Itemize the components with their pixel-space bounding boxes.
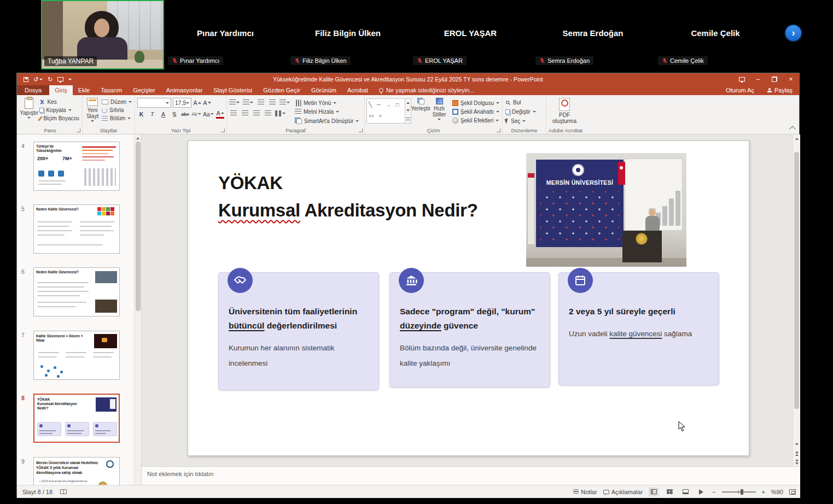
new-slide-button[interactable]: Yeni Slayt [84, 96, 101, 127]
editing-scrollbar[interactable] [793, 134, 800, 466]
format-painter-button[interactable]: Biçim Boyacısı [38, 115, 80, 122]
spell-check-icon[interactable] [60, 489, 67, 494]
zoom-in-button[interactable]: + [762, 489, 765, 495]
scroll-down-button[interactable] [793, 440, 801, 449]
align-right-button[interactable] [252, 109, 260, 118]
shape-effects-button[interactable]: Şekil Efektleri [451, 117, 500, 124]
participant-tile[interactable]: Cemile Çelik Cemile Çelik [654, 0, 777, 69]
create-pdf-button[interactable]: PDF oluşturma [548, 96, 581, 124]
numbering-button[interactable] [243, 98, 253, 107]
tab-file[interactable]: Dosya [17, 85, 49, 95]
slide-thumbnail-4[interactable]: Türkiye'de Yükseköğretim 200+ 7M+ [33, 142, 120, 191]
slide-canvas[interactable]: YÖKAK Kurumsal Akreditasyon Nedir? MERSİ… [188, 140, 749, 456]
layout-button[interactable]: Düzen [101, 98, 133, 106]
drawing-dialog-launcher[interactable] [497, 128, 500, 132]
zoom-level[interactable]: %90 [771, 489, 783, 495]
character-spacing-button[interactable]: AV [192, 109, 201, 119]
cut-button[interactable]: Kes [38, 98, 80, 106]
notes-pane[interactable]: Not eklemek için tıklatın [142, 466, 800, 485]
find-button[interactable]: Bul [504, 99, 544, 106]
sign-in-button[interactable]: Oturum Aç [719, 85, 761, 95]
card-institution-level[interactable]: Sadece "program" değil, "kurum" düzeyind… [389, 272, 550, 388]
next-slide-button[interactable] [793, 458, 801, 466]
clipboard-dialog-launcher[interactable] [77, 128, 80, 132]
start-slideshow-icon[interactable] [57, 77, 63, 81]
participant-tile[interactable]: Semra Erdoğan Semra Erdoğan [532, 0, 654, 69]
grow-font-button[interactable]: A [193, 98, 201, 108]
italic-button[interactable]: T [148, 109, 156, 119]
restore-button[interactable] [766, 73, 783, 85]
font-size-input[interactable]: 17,5 [173, 98, 191, 108]
shrink-font-button[interactable]: A [203, 98, 211, 108]
scroll-up-button[interactable] [793, 134, 801, 143]
reading-view-button[interactable] [680, 488, 690, 496]
save-icon[interactable] [24, 77, 28, 82]
text-direction-button[interactable]: Metin Yönü [294, 99, 360, 107]
align-left-button[interactable] [229, 109, 237, 118]
zoom-slider-thumb[interactable] [741, 489, 743, 495]
customize-qat-icon[interactable] [68, 79, 72, 80]
shapes-gallery[interactable]: ╲ ─ → □ ▭ ○ △ ▽ ◇ ☆ ∩ ∪ [366, 98, 405, 124]
slide-thumbnail-6[interactable]: Neden Kalite Güvencesi? [33, 267, 120, 317]
arrange-button[interactable]: Yerleştir [411, 96, 431, 127]
share-button[interactable]: Paylaş [761, 85, 799, 95]
slide-thumbnail-7[interactable]: Kalite Güvencesi = Güven + İtibar [33, 331, 120, 380]
copy-button[interactable]: Kopyala [38, 107, 80, 114]
line-spacing-button[interactable] [279, 98, 290, 107]
quick-styles-button[interactable]: Hızlı Stiller [430, 96, 448, 127]
card-validity-period[interactable]: 2 veya 5 yıl süreyle geçerli Uzun vadeli… [558, 272, 719, 385]
replace-button[interactable]: Değiştir [504, 108, 544, 115]
close-button[interactable]: × [783, 73, 799, 85]
bold-button[interactable]: K [137, 109, 145, 119]
tab-transitions[interactable]: Geçişler [127, 85, 160, 95]
tab-acrobat[interactable]: Acrobat [342, 85, 374, 95]
increase-indent-button[interactable] [268, 98, 276, 107]
align-text-button[interactable]: Metni Hizala [294, 108, 360, 115]
tab-animations[interactable]: Animasyonlar [161, 85, 208, 95]
normal-view-button[interactable] [649, 488, 659, 496]
zoom-out-button[interactable]: − [712, 489, 715, 495]
card-holistic-evaluation[interactable]: Üniversitenin tüm faaliyetlerinin bütünc… [218, 272, 379, 390]
paragraph-dialog-launcher[interactable] [359, 128, 363, 132]
tab-slideshow[interactable]: Slayt Gösterisi [208, 85, 258, 95]
shape-fill-button[interactable]: Şekil Dolgusu [451, 99, 500, 107]
section-button[interactable]: Bölüm [101, 115, 133, 122]
tell-me-box[interactable]: Ne yapmak istediğinizi söyleyin... [379, 85, 474, 95]
slide-photo[interactable]: MERSİN ÜNİVERSİTESİ [526, 153, 686, 267]
previous-slide-button[interactable] [793, 449, 801, 458]
slide-sorter-view-button[interactable] [665, 488, 674, 496]
tab-view[interactable]: Görünüm [306, 85, 342, 95]
slide-thumbnail-5[interactable]: Neden Kalite Güvencesi? [33, 204, 120, 254]
slide-thumbnail-9[interactable]: Mersin Üniversitesi olarak Hedefimiz YÖK… [33, 457, 120, 485]
slideshow-view-button[interactable] [696, 488, 706, 496]
minimize-button[interactable]: – [750, 73, 766, 85]
align-center-button[interactable] [241, 109, 249, 118]
participant-tile[interactable]: Filiz Bilgin Ülken Filiz Bilgin Ülken [287, 0, 409, 69]
font-name-input[interactable] [137, 98, 171, 108]
tab-review[interactable]: Gözden Geçir [258, 85, 306, 95]
justify-button[interactable] [264, 109, 272, 118]
scrollbar-thumb[interactable] [794, 152, 799, 409]
bullets-button[interactable] [229, 98, 240, 107]
participant-tile[interactable]: Pınar Yardımcı Pınar Yardımcı [164, 0, 287, 69]
notes-toggle-button[interactable]: Notlar [573, 489, 597, 495]
font-color-button[interactable]: A [216, 109, 224, 119]
slide-title-textbox[interactable]: YÖKAK Kurumsal Akreditasyon Nedir? [218, 169, 478, 224]
speaker-video-tile[interactable]: Tuğba YANPAR [41, 0, 164, 69]
participant-tile[interactable]: EROL YAŞAR EROL YAŞAR [409, 0, 532, 69]
collapse-ribbon-icon[interactable] [789, 126, 795, 132]
shapes-gallery-scroll[interactable] [405, 98, 411, 124]
reset-button[interactable]: Sıfırla [101, 107, 133, 114]
strikethrough-button[interactable]: abc [181, 109, 189, 119]
panel-scrollbar[interactable] [134, 134, 141, 485]
slide-thumbnail-8-selected[interactable]: YÖKAK Kurumsal Akreditasyon Nedir? [33, 394, 120, 443]
convert-smartart-button[interactable]: SmartArt'a Dönüştür [294, 117, 360, 125]
next-participants-button[interactable]: › [785, 25, 801, 41]
fit-slide-to-window-icon[interactable] [789, 489, 796, 495]
tab-home[interactable]: Giriş [49, 85, 73, 95]
redo-icon[interactable]: ↻ [48, 76, 53, 83]
tab-design[interactable]: Tasarım [95, 85, 127, 95]
zoom-slider[interactable] [722, 491, 756, 493]
font-dialog-launcher[interactable] [221, 128, 225, 132]
tab-insert[interactable]: Ekle [73, 85, 95, 95]
